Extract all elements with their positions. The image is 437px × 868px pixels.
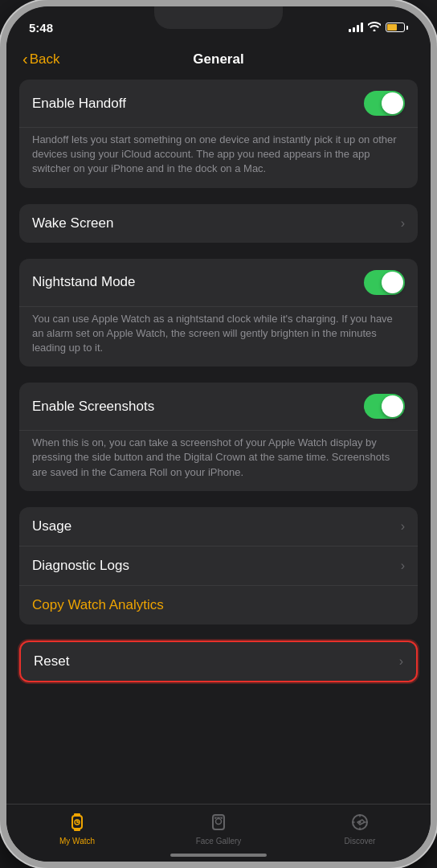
notch [154, 6, 283, 29]
handoff-toggle[interactable] [364, 91, 405, 116]
screenshots-label: Enable Screenshots [32, 399, 154, 415]
nightstand-description: You can use Apple Watch as a nightstand … [19, 307, 418, 367]
discover-icon [349, 811, 371, 833]
screenshots-description: When this is on, you can take a screensh… [19, 431, 418, 491]
handoff-description: Handoff lets you start something on one … [19, 128, 418, 188]
tab-face-gallery-label: Face Gallery [196, 837, 242, 845]
svg-point-14 [359, 821, 361, 824]
screenshots-toggle[interactable] [364, 394, 405, 419]
reset-section: Reset › [19, 641, 418, 682]
handoff-label: Enable Handoff [32, 96, 126, 112]
wake-screen-label: Wake Screen [32, 215, 113, 231]
svg-point-7 [216, 819, 222, 825]
nightstand-row: Nightstand Mode [19, 259, 418, 307]
back-chevron-icon: ‹ [22, 50, 28, 68]
diagnostic-logs-chevron-icon: › [401, 559, 405, 573]
diagnostic-logs-label: Diagnostic Logs [32, 558, 129, 574]
svg-rect-1 [74, 813, 80, 816]
copy-analytics-button[interactable]: Copy Watch Analytics [19, 586, 418, 624]
wake-screen-section: Wake Screen › [19, 204, 418, 243]
nightstand-toggle[interactable] [364, 270, 405, 295]
tab-discover-label: Discover [345, 837, 376, 845]
content-area: Enable Handoff Handoff lets you start so… [6, 80, 431, 771]
phone-frame: 5:48 [0, 0, 437, 868]
diagnostic-logs-row[interactable]: Diagnostic Logs › [19, 547, 418, 586]
back-button[interactable]: ‹ Back [22, 50, 59, 68]
tab-face-gallery[interactable]: Face Gallery [148, 811, 289, 845]
reset-chevron-icon: › [399, 654, 403, 669]
usage-row[interactable]: Usage › [19, 507, 418, 547]
nightstand-section: Nightstand Mode You can use Apple Watch … [19, 259, 418, 367]
status-time: 5:48 [29, 21, 53, 35]
navigation-bar: ‹ Back General [6, 42, 431, 73]
screenshots-row: Enable Screenshots [19, 383, 418, 431]
reset-label: Reset [34, 653, 69, 669]
diagnostics-section: Usage › Diagnostic Logs › Copy Watch Ana… [19, 507, 418, 624]
battery-icon [386, 23, 408, 32]
handoff-toggle-knob [382, 92, 403, 114]
tab-my-watch[interactable]: My Watch [6, 811, 148, 845]
page-title: General [193, 51, 243, 68]
nightstand-label: Nightstand Mode [32, 274, 136, 290]
signal-bars-icon [349, 23, 363, 32]
face-gallery-icon [207, 811, 230, 833]
wake-screen-chevron-icon: › [401, 216, 405, 231]
nightstand-toggle-knob [382, 272, 403, 293]
reset-row[interactable]: Reset › [21, 642, 416, 681]
home-indicator [170, 854, 267, 857]
screenshots-toggle-knob [382, 395, 403, 417]
svg-rect-2 [74, 829, 80, 831]
screenshots-section: Enable Screenshots When this is on, you … [19, 383, 418, 491]
status-icons [349, 21, 408, 34]
svg-rect-11 [214, 817, 223, 818]
usage-label: Usage [32, 518, 71, 534]
usage-chevron-icon: › [401, 519, 405, 534]
my-watch-icon [66, 811, 88, 833]
wifi-icon [368, 21, 381, 34]
phone-screen: 5:48 [6, 6, 431, 862]
handoff-row: Enable Handoff [19, 80, 418, 128]
handoff-section: Enable Handoff Handoff lets you start so… [19, 80, 418, 188]
tab-my-watch-label: My Watch [59, 837, 95, 845]
back-button-label: Back [30, 51, 60, 68]
tab-discover[interactable]: Discover [289, 811, 431, 845]
wake-screen-row[interactable]: Wake Screen › [19, 204, 418, 243]
